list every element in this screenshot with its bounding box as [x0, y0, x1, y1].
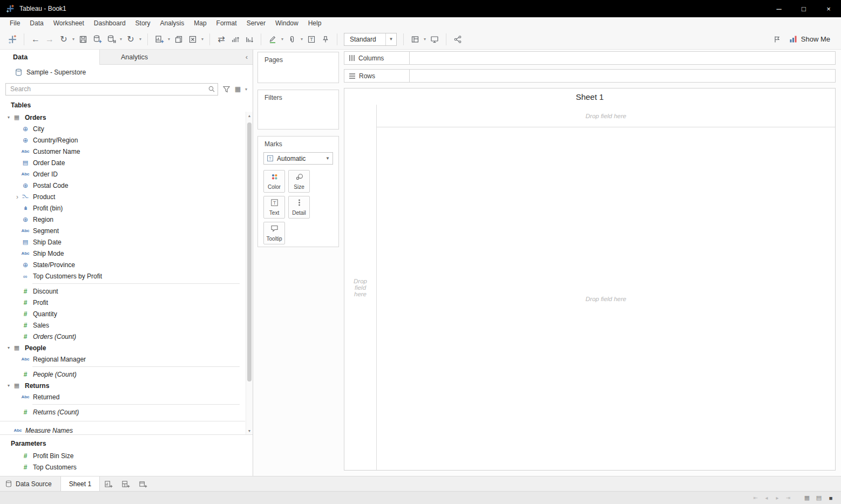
run-update-caret[interactable]: ▾ [138, 37, 143, 42]
section-collapse-icon[interactable]: ▾ [5, 115, 12, 120]
close-button[interactable]: × [816, 0, 841, 17]
expand-icon[interactable]: › [14, 193, 21, 201]
undo-button[interactable]: ← [29, 32, 43, 46]
duplicate-sheet-button[interactable] [172, 32, 186, 46]
tooltip-mark-button[interactable]: Tooltip [263, 222, 285, 244]
show-me-button[interactable]: Show Me [784, 35, 836, 43]
field-row[interactable]: #Returns (Count) [0, 406, 245, 418]
field-row[interactable]: #Top Customers [0, 461, 253, 473]
show-hide-cards-button[interactable] [408, 32, 422, 46]
view-options-caret[interactable]: ▾ [245, 87, 247, 92]
fit-dropdown[interactable]: Standard ▼ [344, 33, 397, 46]
new-worksheet-caret[interactable]: ▾ [166, 37, 172, 42]
field-row[interactable]: AbcShip Mode [0, 248, 245, 259]
group-members-caret[interactable]: ▾ [299, 37, 304, 42]
replay-button[interactable]: ↻ [57, 32, 71, 46]
save-button[interactable] [76, 32, 90, 46]
new-worksheet-button[interactable] [152, 32, 166, 46]
section-collapse-icon[interactable]: ▾ [5, 345, 12, 350]
collapse-pane-button[interactable]: ‹ [241, 50, 253, 65]
size-mark-button[interactable]: Size [288, 170, 310, 193]
sort-descending-button[interactable] [242, 32, 256, 46]
field-row[interactable]: ▤Order Date [0, 157, 245, 168]
sort-ascending-button[interactable] [228, 32, 242, 46]
field-row[interactable]: AbcCustomer Name [0, 146, 245, 157]
menu-file[interactable]: File [5, 19, 25, 27]
maximize-button[interactable]: □ [791, 0, 816, 17]
flag-button[interactable] [770, 32, 784, 46]
next-sheet-button[interactable]: ▸ [773, 495, 782, 501]
first-sheet-button[interactable]: ⇤ [751, 495, 760, 501]
table-section-orders[interactable]: ▾▦Orders [0, 112, 245, 123]
menu-map[interactable]: Map [189, 19, 211, 27]
field-row[interactable]: #Discount [0, 285, 245, 297]
rows-shelf[interactable] [410, 69, 836, 83]
filters-card[interactable]: Filters [257, 90, 339, 130]
columns-shelf[interactable] [410, 51, 836, 65]
show-filmstrip-view-button[interactable]: ▤ [814, 494, 824, 501]
rows-drop-zone[interactable]: Drop field here [344, 105, 377, 470]
field-row[interactable]: #Profit [0, 297, 245, 308]
table-section-returns[interactable]: ▾▦Returns [0, 380, 245, 391]
field-row[interactable]: #Orders (Count) [0, 331, 245, 342]
presentation-mode-button[interactable] [428, 32, 442, 46]
field-row[interactable]: ∞Top Customers by Profit [0, 270, 245, 282]
main-drop-zone[interactable]: Drop field here [377, 127, 835, 470]
show-hide-cards-caret[interactable]: ▾ [422, 37, 428, 42]
field-row[interactable]: ›⌥Product [0, 191, 245, 202]
show-mark-labels-button[interactable]: T [304, 32, 318, 46]
menu-server[interactable]: Server [242, 19, 270, 27]
group-members-button[interactable] [285, 32, 299, 46]
detail-mark-button[interactable]: Detail [288, 196, 310, 219]
field-row[interactable]: ⊕City [0, 123, 245, 134]
menu-analysis[interactable]: Analysis [155, 19, 189, 27]
field-row[interactable]: #Quantity [0, 308, 245, 319]
minimize-button[interactable]: ─ [767, 0, 791, 17]
table-section-people[interactable]: ▾▦People [0, 342, 245, 353]
sheet-tab-active[interactable]: Sheet 1 [60, 476, 100, 491]
menu-window[interactable]: Window [270, 19, 303, 27]
filter-fields-icon[interactable] [222, 85, 230, 93]
fix-axes-button[interactable] [318, 32, 333, 46]
previous-sheet-button[interactable]: ◂ [762, 495, 771, 501]
tab-data[interactable]: Data [0, 50, 100, 65]
field-row[interactable]: AbcSegment [0, 225, 245, 236]
scroll-down-icon[interactable]: ▼ [248, 427, 252, 434]
color-mark-button[interactable]: Color [263, 170, 285, 193]
menu-story[interactable]: Story [131, 19, 155, 27]
new-worksheet-tab-button[interactable] [100, 476, 117, 491]
pause-auto-updates-caret[interactable]: ▾ [118, 37, 124, 42]
field-row[interactable]: ⊕State/Province [0, 259, 245, 270]
menu-dashboard[interactable]: Dashboard [89, 19, 131, 27]
field-row[interactable]: ▤Ship Date [0, 236, 245, 248]
menu-help[interactable]: Help [303, 19, 327, 27]
field-row[interactable]: AbcReturned [0, 391, 245, 403]
field-row[interactable]: AbcRegional Manager [0, 353, 245, 365]
data-source-tab[interactable]: Data Source [0, 476, 60, 491]
tab-analytics[interactable]: Analytics [100, 50, 241, 65]
mark-type-dropdown[interactable]: T Automatic ▼ [263, 152, 333, 165]
swap-rows-columns-button[interactable]: ⇄ [214, 32, 228, 46]
field-row[interactable]: AbcOrder ID [0, 168, 245, 180]
clear-sheet-button[interactable] [186, 32, 200, 46]
field-row[interactable]: ⊕Country/Region [0, 134, 245, 146]
field-row[interactable]: ⊕Region [0, 214, 245, 225]
field-row[interactable]: AbcMeasure Names [0, 425, 245, 434]
view-options-icon[interactable]: ▦ [235, 85, 241, 93]
highlight-caret[interactable]: ▾ [280, 37, 285, 42]
highlight-button[interactable] [266, 32, 280, 46]
add-data-source-button[interactable] [90, 32, 104, 46]
show-sheet-view-button[interactable]: ■ [826, 495, 836, 501]
new-story-tab-button[interactable] [134, 476, 152, 491]
datasource-row[interactable]: Sample - Superstore [0, 65, 253, 80]
field-row[interactable]: #Profit Bin Size [0, 450, 253, 461]
columns-drop-zone[interactable]: Drop field here [377, 105, 835, 127]
menu-data[interactable]: Data [25, 19, 48, 27]
section-collapse-icon[interactable]: ▾ [5, 383, 12, 388]
pane-scrollbar[interactable]: ▲ ▼ [246, 112, 253, 434]
show-tabs-view-button[interactable]: ▦ [802, 494, 812, 501]
pages-card[interactable]: Pages [257, 52, 339, 83]
scrollbar-thumb[interactable] [247, 122, 252, 382]
field-row[interactable]: ⊕Postal Code [0, 180, 245, 191]
field-row[interactable]: #People (Count) [0, 369, 245, 380]
